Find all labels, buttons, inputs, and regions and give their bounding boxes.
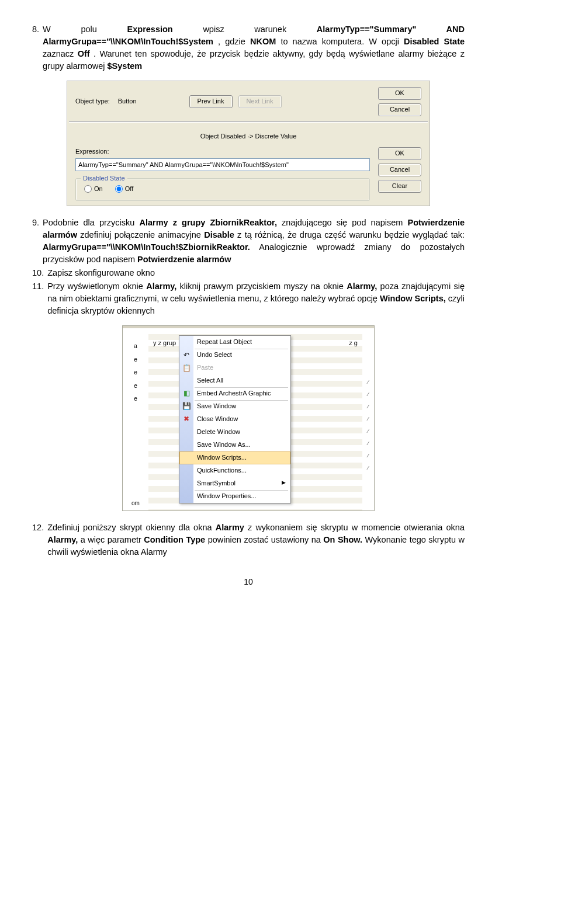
step-11-number: 11. bbox=[32, 280, 44, 317]
dialog-top-section: Object type: Button Prev Link Next Link … bbox=[67, 81, 430, 121]
step-8-number: 8. bbox=[32, 23, 39, 72]
step-11: 11. Przy wyświetlonym oknie Alarmy, klik… bbox=[32, 280, 465, 317]
expression-input[interactable]: AlarmyTyp=="Summary" AND AlarmyGrupa=="\… bbox=[75, 158, 370, 171]
page-number: 10 bbox=[32, 576, 465, 588]
menu-delete-window[interactable]: Delete Window bbox=[179, 426, 290, 439]
txt: On Show. bbox=[323, 535, 362, 544]
menu-label: Close Window bbox=[197, 415, 238, 422]
txt: Alarmy z grupy ZbiornikReaktor, bbox=[139, 218, 276, 227]
cancel-button[interactable]: Cancel bbox=[378, 103, 421, 116]
dialog-bottom-section: Object Disabled -> Discrete Value Expres… bbox=[67, 123, 430, 206]
nkom-word: NKOM bbox=[250, 37, 276, 46]
menu-label: Window Properties... bbox=[197, 492, 256, 499]
menu-label: Select All bbox=[197, 377, 223, 384]
radio-on-label: On bbox=[94, 185, 103, 194]
step-12-number: 12. bbox=[32, 522, 44, 558]
step-10-number: 10. bbox=[32, 267, 44, 279]
txt: , gdzie bbox=[218, 37, 250, 46]
dialog-top-row: Object type: Button Prev Link Next Link … bbox=[75, 87, 421, 116]
left-gutter: a e e e e om bbox=[123, 328, 148, 510]
txt: to nazwa komputera. W opcji bbox=[280, 37, 404, 46]
menu-label: Paste bbox=[197, 364, 213, 371]
step-12: 12. Zdefiniuj poniższy skrypt okienny dl… bbox=[32, 522, 465, 558]
menu-label: Window Scripts... bbox=[197, 454, 247, 461]
close-icon: ✖ bbox=[182, 415, 191, 424]
menu-save-window-as[interactable]: Save Window As... bbox=[179, 439, 290, 451]
step-11-body: Przy wyświetlonym oknie Alarmy, kliknij … bbox=[47, 280, 465, 317]
txt: z tą różnicą, że druga część warunku będ… bbox=[237, 230, 465, 239]
radio-off-label: Off bbox=[125, 185, 133, 194]
txt: om bbox=[131, 499, 140, 508]
ok-button-2[interactable]: OK bbox=[378, 147, 421, 160]
off-word: Off bbox=[78, 49, 90, 58]
txt: AlarmyGrupa=="\\NKOM\InTouch!$ZbiornikRe… bbox=[43, 242, 250, 252]
radio-on-input[interactable] bbox=[84, 185, 92, 193]
step-12-body: Zdefiniuj poniższy skrypt okienny dla ok… bbox=[47, 522, 465, 558]
txt: zdefiniuj połączenie animacyjne bbox=[80, 230, 204, 239]
clear-button[interactable]: Clear bbox=[378, 180, 421, 193]
txt: e bbox=[134, 369, 137, 377]
expression-label: Expression: bbox=[75, 147, 370, 157]
radio-on[interactable]: On bbox=[84, 185, 103, 194]
cancel-button-2[interactable]: Cancel bbox=[378, 164, 421, 176]
menu-select-all[interactable]: Select All bbox=[179, 374, 290, 387]
object-type-value: Button bbox=[118, 97, 137, 106]
txt: a więc parametr bbox=[81, 535, 144, 544]
radio-off[interactable]: Off bbox=[115, 185, 133, 194]
menu-paste[interactable]: 📋 Paste bbox=[179, 362, 290, 374]
txt: Alarmy, bbox=[146, 282, 176, 291]
txt: wpisz warunek bbox=[203, 25, 316, 34]
txt: Przy wyświetlonym oknie bbox=[47, 282, 146, 291]
menu-undo-select[interactable]: ↶ Undo Select bbox=[179, 349, 290, 362]
menu-label: Save Window bbox=[197, 402, 236, 409]
menu-repeat-last-object[interactable]: Repeat Last Object bbox=[179, 336, 290, 349]
txt: e bbox=[134, 395, 137, 404]
txt: Potwierdzenie alarmów bbox=[137, 255, 231, 264]
txt: zaznacz bbox=[43, 49, 78, 58]
menu-window-scripts[interactable]: Window Scripts... bbox=[179, 451, 290, 464]
txt: a bbox=[134, 342, 137, 351]
txt: Disable bbox=[204, 230, 234, 239]
context-menu: Repeat Last Object ↶ Undo Select 📋 Paste… bbox=[179, 335, 291, 503]
next-link-button[interactable]: Next Link bbox=[238, 95, 282, 108]
radio-off-input[interactable] bbox=[115, 185, 123, 193]
menu-label: Save Window As... bbox=[197, 441, 251, 448]
disabled-state-word: Disabled State bbox=[404, 37, 465, 46]
chevron-right-icon: ▶ bbox=[282, 479, 286, 487]
txt: e bbox=[134, 382, 137, 391]
dialog-screenshot: Object type: Button Prev Link Next Link … bbox=[67, 81, 430, 206]
menu-label: Undo Select bbox=[197, 351, 232, 358]
step-10-body: Zapisz skonfigurowane okno bbox=[47, 267, 465, 279]
step-9-number: 9. bbox=[32, 217, 39, 266]
step-9-body: Podobnie dla przycisku Alarmy z grupy Zb… bbox=[43, 217, 465, 266]
save-icon: 💾 bbox=[182, 402, 191, 411]
step-8: 8. W polu Expression wpisz warunek Alarm… bbox=[32, 23, 465, 72]
system-word: $System bbox=[108, 61, 143, 71]
prev-link-button[interactable]: Prev Link bbox=[189, 95, 233, 108]
embed-icon: ◧ bbox=[182, 389, 191, 398]
txt: powinien zostać ustawiony na bbox=[208, 535, 324, 544]
bg-stripes: y z grup z g Repeat Last Object ↶ Undo S… bbox=[148, 328, 362, 510]
menu-smartsymbol[interactable]: SmartSymbol▶ bbox=[179, 477, 290, 490]
ok-button[interactable]: OK bbox=[378, 87, 421, 100]
txt: Alarmy bbox=[216, 523, 244, 532]
expression-word: Expression bbox=[127, 25, 173, 34]
undo-icon: ↶ bbox=[182, 350, 191, 360]
step-8-body: W polu Expression wpisz warunek AlarmyTy… bbox=[43, 23, 465, 72]
paste-icon: 📋 bbox=[182, 363, 191, 373]
menu-save-window[interactable]: 💾 Save Window bbox=[179, 400, 290, 413]
txt: znajdującego się pod napisem bbox=[282, 218, 407, 227]
menu-label: SmartSymbol bbox=[197, 480, 236, 487]
txt: kliknij prawym przyciskiem myszy na okni… bbox=[180, 282, 347, 291]
menu-window-properties[interactable]: Window Properties... bbox=[179, 490, 290, 503]
menu-embed-archestra[interactable]: ◧ Embed ArchestrA Graphic bbox=[179, 387, 290, 400]
dialog-subtitle: Object Disabled -> Discrete Value bbox=[75, 132, 421, 141]
menu-label: Repeat Last Object bbox=[197, 338, 252, 345]
txt: Condition Type bbox=[144, 535, 205, 544]
txt: Podobnie dla przycisku bbox=[43, 218, 139, 227]
txt: . Warunet ten spowoduje, że przycisk będ… bbox=[43, 49, 465, 71]
txt: Window Scripts, bbox=[380, 294, 446, 303]
menu-quickfunctions[interactable]: QuickFunctions... bbox=[179, 464, 290, 477]
menu-close-window[interactable]: ✖ Close Window bbox=[179, 413, 290, 426]
menu-label: Embed ArchestrA Graphic bbox=[197, 390, 271, 397]
